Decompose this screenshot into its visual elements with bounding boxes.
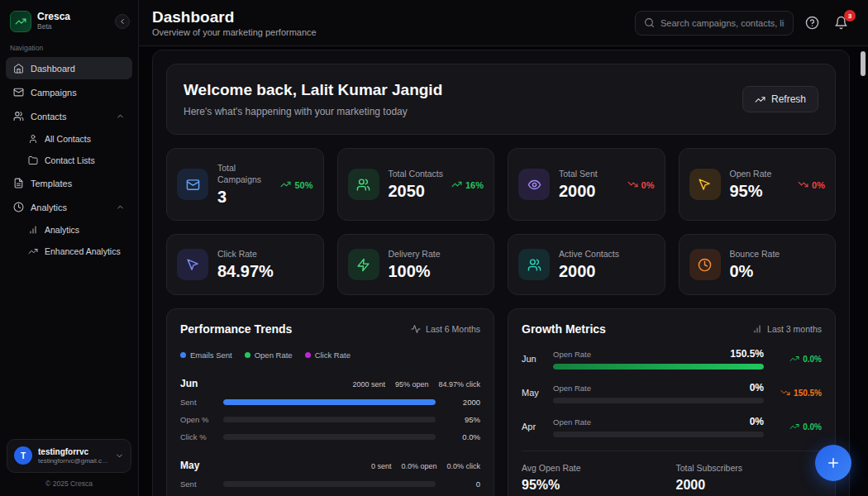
- sidebar-item-templates[interactable]: Templates: [6, 172, 132, 194]
- range-selector: Last 3 months: [752, 324, 822, 334]
- refresh-button[interactable]: Refresh: [742, 86, 818, 112]
- sidebar-item-label: Analytics: [45, 225, 79, 235]
- sidebar-item-analytics[interactable]: Analytics: [6, 196, 132, 218]
- progress-fill: [223, 399, 436, 405]
- user-email: testingforrvc@gmail.com: [38, 457, 109, 465]
- search-input[interactable]: [661, 18, 785, 28]
- chevron-up-icon: [116, 112, 125, 121]
- growth-trend: 150.5%: [774, 388, 822, 398]
- help-button[interactable]: [802, 12, 823, 33]
- nav-section-label: Navigation: [0, 41, 138, 57]
- trending-up-icon: [451, 179, 462, 190]
- eye-icon: [518, 169, 550, 200]
- welcome-title: Welcome back, Lalit Kumar Jangid: [184, 81, 442, 99]
- progress-track: [223, 481, 436, 487]
- metric-row-sent: Sent 2000: [180, 398, 480, 407]
- users-icon: [13, 111, 24, 122]
- search-box[interactable]: [635, 11, 794, 36]
- notification-badge: 3: [844, 10, 856, 21]
- bar-chart-icon: [752, 324, 762, 334]
- welcome-subtitle: Here's what's happening with your market…: [184, 106, 442, 117]
- stat-value: 3: [217, 188, 275, 207]
- progress-track: [223, 434, 436, 440]
- trending-up-icon: [789, 354, 799, 364]
- stat-label: Bounce Rate: [730, 248, 780, 260]
- stat-card-delivery-rate: Delivery Rate 100%: [337, 234, 495, 295]
- legend-item: Open Rate: [245, 351, 293, 360]
- sidebar-item-label: Analytics: [31, 203, 67, 212]
- stats-row-1: Total Campaigns 3 50% Total Contacts 205…: [166, 148, 836, 221]
- growth-row-may: May Open Rate 0% 150.5%: [522, 382, 822, 403]
- progress-track: [553, 432, 764, 437]
- sidebar-item-all-contacts[interactable]: All Contacts: [21, 129, 132, 149]
- scrollbar-thumb[interactable]: [861, 51, 866, 76]
- stat-trend: 0%: [627, 179, 655, 190]
- performance-trends-panel: Performance Trends Last 6 Months Emails …: [166, 308, 494, 496]
- app-logo: [10, 11, 31, 32]
- bar-chart-icon: [28, 225, 38, 235]
- trending-down-icon: [798, 179, 808, 190]
- stat-trend: 50%: [280, 179, 312, 190]
- avatar: T: [14, 446, 32, 465]
- sidebar-item-label: Contact Lists: [45, 155, 95, 165]
- blue-dot-icon: [180, 352, 186, 358]
- page-subtitle: Overview of your marketing performance: [152, 27, 317, 37]
- avg-open-rate: Avg Open Rate 95%%: [522, 463, 668, 493]
- stat-value: 2000: [559, 182, 598, 201]
- clock-icon: [689, 249, 721, 280]
- notifications-button[interactable]: 3: [831, 12, 851, 33]
- folder-icon: [28, 155, 38, 165]
- stat-label: Delivery Rate: [389, 248, 441, 260]
- sidebar-collapse-button[interactable]: [115, 14, 130, 29]
- sidebar-item-campaigns[interactable]: Campaigns: [6, 81, 132, 103]
- sidebar-item-enhanced-analytics[interactable]: Enhanced Analytics: [21, 241, 132, 261]
- sidebar-item-contact-lists[interactable]: Contact Lists: [21, 150, 132, 170]
- top-header: Dashboard Overview of your marketing per…: [139, 0, 868, 46]
- month-block-jun: Jun 2000 sent 95% open 84.97% click Sent…: [180, 378, 480, 441]
- month-block-may: May 0 sent 0.0% open 0.0% click Sent 0: [180, 460, 480, 496]
- progress-track: [553, 364, 764, 370]
- chevron-down-icon: [115, 451, 124, 460]
- progress-track: [553, 398, 764, 403]
- home-icon: [13, 63, 24, 74]
- progress-track: [223, 417, 436, 422]
- legend-item: Emails Sent: [180, 351, 232, 360]
- stats-row-2: Click Rate 84.97% Delivery Rate 100% Act…: [166, 234, 836, 295]
- sidebar-item-analytics-sub[interactable]: Analytics: [21, 220, 132, 240]
- file-text-icon: [13, 178, 24, 188]
- growth-row-jun: Jun Open Rate 150.5% 0.0%: [522, 348, 822, 370]
- refresh-label: Refresh: [771, 93, 806, 105]
- legend-item: Click Rate: [305, 351, 351, 360]
- dashboard-panel: Welcome back, Lalit Kumar Jangid Here's …: [152, 50, 850, 496]
- green-dot-icon: [245, 352, 250, 358]
- sidebar-item-contacts[interactable]: Contacts: [6, 105, 132, 127]
- magenta-dot-icon: [305, 352, 311, 358]
- chart-legend: Emails Sent Open Rate Click Rate: [180, 351, 480, 360]
- growth-footer: Avg Open Rate 95%% Total Subscribers 200…: [522, 451, 822, 493]
- chevron-left-icon: [118, 17, 126, 26]
- stat-value: 84.97%: [217, 262, 274, 281]
- welcome-card: Welcome back, Lalit Kumar Jangid Here's …: [166, 64, 836, 135]
- app-name: Cresca: [37, 12, 70, 23]
- sidebar-item-label: Contacts: [31, 112, 66, 122]
- metric-row-open: Open % 95%: [180, 415, 480, 424]
- stat-value: 0%: [730, 262, 780, 281]
- stat-card-total-contacts: Total Contacts 2050 16%: [337, 148, 495, 221]
- sidebar-header: Cresca Beta: [0, 0, 138, 41]
- copyright: © 2025 Cresca: [7, 473, 131, 489]
- help-circle-icon: [805, 16, 819, 30]
- stat-label: Total Campaigns: [217, 162, 275, 185]
- panel-title: Growth Metrics: [522, 322, 606, 336]
- sidebar-item-dashboard[interactable]: Dashboard: [6, 57, 132, 79]
- user-icon: [28, 134, 38, 144]
- stat-trend: 0%: [798, 179, 825, 190]
- mail-icon: [177, 169, 208, 200]
- add-button[interactable]: [815, 445, 851, 481]
- mouse-pointer-icon: [177, 249, 208, 280]
- clock-icon: [13, 202, 24, 212]
- stat-value: 95%: [730, 182, 772, 201]
- content-area: Welcome back, Lalit Kumar Jangid Here's …: [139, 46, 868, 496]
- metric-row-click: Click % 0.0%: [180, 432, 480, 441]
- stat-value: 2050: [389, 182, 444, 201]
- user-menu[interactable]: T testingforrvc testingforrvc@gmail.com: [7, 439, 131, 473]
